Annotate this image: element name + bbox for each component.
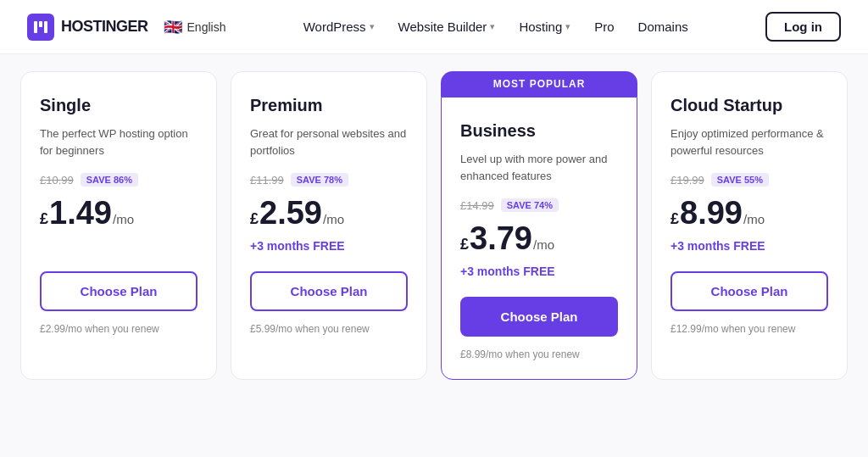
- main-content: Single The perfect WP hosting option for…: [0, 54, 868, 457]
- price-period: /mo: [743, 212, 765, 226]
- renew-text: £8.99/mo when you renew: [460, 348, 618, 360]
- pricing-row: £19.99 SAVE 55%: [670, 173, 828, 187]
- nav-center: WordPress ▾ Website Builder ▾ Hosting ▾ …: [303, 20, 688, 34]
- price-main: £ 2.59 /mo: [250, 197, 408, 229]
- currency-symbol: £: [250, 210, 259, 228]
- logo: HOSTINGER: [27, 14, 148, 41]
- pricing-row: £14.99 SAVE 74%: [460, 198, 618, 212]
- login-button[interactable]: Log in: [765, 12, 841, 42]
- plan-name: Premium: [250, 96, 408, 115]
- price-main: £ 3.79 /mo: [460, 222, 618, 254]
- plans-grid: Single The perfect WP hosting option for…: [20, 71, 848, 380]
- save-badge: SAVE 74%: [501, 198, 559, 212]
- flag-icon: 🇬🇧: [164, 18, 182, 36]
- original-price: £19.99: [670, 174, 704, 187]
- price-period: /mo: [323, 212, 344, 226]
- choose-plan-button[interactable]: Choose Plan: [670, 271, 828, 311]
- language-label: English: [187, 20, 226, 34]
- nav-pro[interactable]: Pro: [594, 20, 614, 34]
- plan-card-premium: Premium Great for personal websites and …: [231, 71, 427, 380]
- original-price: £11.99: [250, 174, 284, 187]
- save-badge: SAVE 78%: [291, 173, 348, 187]
- nav-wordpress[interactable]: WordPress ▾: [303, 20, 375, 34]
- chevron-down-icon: ▾: [565, 21, 570, 32]
- svg-rect-1: [39, 21, 42, 27]
- plan-name: Cloud Startup: [670, 96, 828, 115]
- plan-desc: Enjoy optimized performance & powerful r…: [670, 125, 828, 159]
- renew-text: £12.99/mo when you renew: [670, 323, 828, 335]
- save-badge: SAVE 86%: [81, 173, 138, 187]
- original-price: £14.99: [460, 199, 494, 212]
- currency-symbol: £: [460, 236, 469, 254]
- save-badge: SAVE 55%: [711, 173, 769, 187]
- plan-card-cloud: Cloud Startup Enjoy optimized performanc…: [651, 71, 848, 380]
- price-main: £ 8.99 /mo: [670, 197, 828, 229]
- choose-plan-button[interactable]: Choose Plan: [250, 271, 408, 311]
- popular-wrapper: MOST POPULAR Business Level up with more…: [441, 71, 637, 380]
- language-selector[interactable]: 🇬🇧 English: [164, 18, 226, 36]
- nav-domains[interactable]: Domains: [638, 20, 688, 34]
- price-amount: 1.49: [49, 197, 112, 229]
- free-months: +3 months FREE: [460, 265, 618, 281]
- chevron-down-icon: ▾: [370, 21, 375, 32]
- logo-text: HOSTINGER: [61, 18, 148, 36]
- price-amount: 3.79: [470, 222, 532, 254]
- plan-card-single: Single The perfect WP hosting option for…: [20, 71, 217, 380]
- popular-badge: MOST POPULAR: [441, 71, 637, 97]
- nav-website-builder[interactable]: Website Builder ▾: [398, 20, 496, 34]
- free-months: +3 months FREE: [250, 239, 408, 256]
- original-price: £10.99: [40, 174, 74, 187]
- plan-name: Single: [40, 96, 198, 115]
- price-amount: 8.99: [680, 197, 743, 229]
- pricing-row: £10.99 SAVE 86%: [40, 173, 198, 187]
- free-months: [40, 239, 198, 256]
- svg-rect-0: [34, 21, 37, 33]
- nav-right: Log in: [765, 12, 841, 42]
- plan-desc: The perfect WP hosting option for beginn…: [40, 125, 198, 159]
- price-period: /mo: [533, 237, 554, 252]
- renew-text: £5.99/mo when you renew: [250, 323, 408, 335]
- plan-name: Business: [460, 121, 618, 141]
- currency-symbol: £: [40, 210, 48, 228]
- price-amount: 2.59: [259, 197, 322, 229]
- plan-card-business: Business Level up with more power and en…: [441, 97, 637, 380]
- price-period: /mo: [113, 212, 134, 226]
- choose-plan-button[interactable]: Choose Plan: [40, 271, 198, 311]
- price-main: £ 1.49 /mo: [40, 197, 198, 229]
- svg-rect-2: [44, 21, 47, 33]
- navbar: HOSTINGER 🇬🇧 English WordPress ▾ Website…: [0, 0, 868, 54]
- choose-plan-button[interactable]: Choose Plan: [460, 297, 618, 337]
- nav-left: HOSTINGER 🇬🇧 English: [27, 14, 225, 41]
- pricing-row: £11.99 SAVE 78%: [250, 173, 408, 187]
- chevron-down-icon: ▾: [490, 21, 495, 32]
- free-months: +3 months FREE: [670, 239, 828, 256]
- nav-hosting[interactable]: Hosting ▾: [519, 20, 570, 34]
- plan-desc: Level up with more power and enhanced fe…: [460, 151, 618, 185]
- currency-symbol: £: [670, 210, 679, 228]
- renew-text: £2.99/mo when you renew: [40, 323, 198, 335]
- plan-desc: Great for personal websites and portfoli…: [250, 125, 408, 159]
- logo-icon: [27, 14, 54, 41]
